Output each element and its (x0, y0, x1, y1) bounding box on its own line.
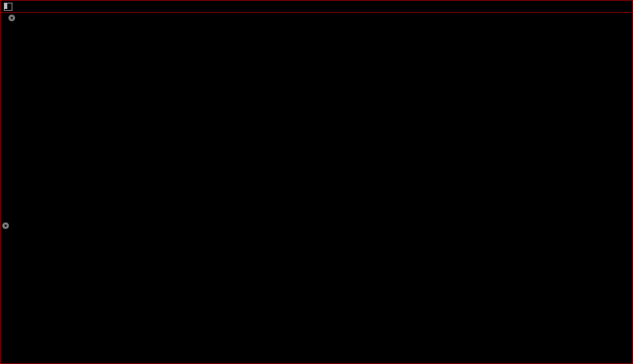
indicator-readout-row: ▾ (1, 221, 606, 230)
trading-app-window: ▾ ▾ (0, 0, 633, 364)
layout-split-icon[interactable] (4, 3, 12, 11)
indicator-collapse-icon[interactable]: ▾ (2, 222, 9, 229)
top-toolbar (1, 1, 633, 13)
chart-title-row: ▾ (1, 13, 15, 22)
chevron-down-icon[interactable]: ▾ (8, 15, 15, 21)
period-tabs (1, 3, 633, 11)
chart-canvas[interactable] (1, 1, 633, 364)
